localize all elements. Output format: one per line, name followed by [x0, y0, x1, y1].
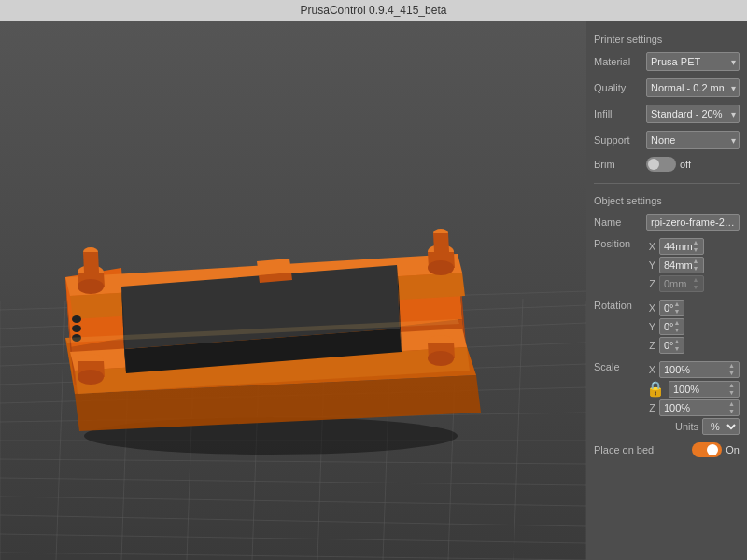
scale-x-spinner[interactable]: ▲ ▼: [728, 362, 735, 377]
rot-y-spinner[interactable]: ▲ ▼: [674, 319, 681, 334]
pos-y-spinner[interactable]: ▲ ▼: [693, 258, 699, 273]
pos-z-up[interactable]: ▲: [693, 276, 699, 284]
pos-z-down[interactable]: ▼: [693, 284, 699, 291]
support-select-wrapper: None Support enforcers only Everywhere: [646, 131, 740, 149]
scale-y-spinner[interactable]: ▲ ▼: [728, 382, 735, 397]
rot-x-up[interactable]: ▲: [674, 301, 681, 308]
scale-x-axis: X: [646, 364, 655, 375]
scale-y-up[interactable]: ▲: [728, 382, 735, 389]
rot-y-axis: Y: [646, 321, 655, 332]
position-label: Position: [594, 238, 642, 249]
pos-y-up[interactable]: ▲: [693, 258, 699, 265]
pos-z-spinner[interactable]: ▲ ▼: [693, 276, 699, 291]
scale-z-input[interactable]: 100% ▲ ▼: [659, 399, 740, 416]
pos-y-axis: Y: [646, 259, 655, 271]
rot-x-down[interactable]: ▼: [674, 308, 681, 315]
pos-y-down[interactable]: ▼: [693, 265, 699, 273]
settings-divider: [594, 183, 740, 184]
scale-x-down[interactable]: ▼: [728, 370, 735, 377]
scale-y-down[interactable]: ▼: [728, 389, 735, 397]
place-on-bed-toggle-container: On: [692, 442, 740, 457]
svg-point-45: [78, 279, 104, 294]
svg-marker-47: [83, 252, 99, 273]
position-y-row: Y 84mm ▲ ▼: [646, 257, 704, 273]
scale-x-up[interactable]: ▲: [728, 362, 735, 370]
name-value: rpi-zero-frame-2.stl: [646, 214, 740, 231]
scale-x-row: X 100% ▲ ▼: [646, 361, 740, 378]
brim-toggle-container: off: [646, 157, 691, 172]
position-x-row: X 44mm ▲ ▼: [646, 238, 704, 255]
material-label: Material: [594, 56, 642, 67]
object-settings-title: Object settings: [594, 195, 740, 206]
units-label: Units: [675, 421, 698, 432]
pos-x-spinner[interactable]: ▲ ▼: [693, 239, 699, 254]
rot-x-spinner[interactable]: ▲ ▼: [674, 301, 681, 315]
rotation-z-input[interactable]: 0° ▲ ▼: [659, 337, 684, 354]
support-select[interactable]: None Support enforcers only Everywhere: [646, 131, 740, 149]
rot-z-spinner[interactable]: ▲ ▼: [674, 338, 681, 353]
rotation-y-row: Y 0° ▲ ▼: [646, 318, 684, 335]
infill-select[interactable]: Standard - 20% Low - 10% High - 40%: [646, 105, 740, 123]
printer-settings-title: Printer settings: [594, 34, 740, 45]
svg-point-50: [428, 260, 454, 275]
svg-point-59: [72, 315, 81, 323]
scale-group: X 100% ▲ ▼ 🔒 100% ▲: [646, 361, 740, 435]
position-row: Position X 44mm ▲ ▼ Y 84mm: [594, 238, 740, 292]
position-z-row: Z 0mm ▲ ▼: [646, 275, 704, 292]
rotation-row: Rotation X 0° ▲ ▼ Y 0°: [594, 300, 740, 354]
material-select-wrapper: Prusa PET Prusa PLA Prusa ABS: [646, 52, 740, 71]
place-on-bed-row: Place on bed On: [594, 442, 740, 457]
scale-z-up[interactable]: ▲: [728, 400, 735, 408]
scale-z-down[interactable]: ▼: [728, 408, 735, 415]
quality-row: Quality Normal - 0.2 mm Fine - 0.1 mm Dr…: [594, 78, 740, 97]
scale-row: Scale X 100% ▲ ▼ 🔒 100%: [594, 361, 740, 435]
sidebar: Printer settings Material Prusa PET Prus…: [586, 21, 747, 560]
svg-point-58: [428, 351, 454, 366]
support-row: Support None Support enforcers only Ever…: [594, 131, 740, 149]
svg-point-60: [72, 325, 81, 332]
infill-row: Infill Standard - 20% Low - 10% High - 4…: [594, 105, 740, 123]
rot-x-axis: X: [646, 302, 655, 314]
material-select[interactable]: Prusa PET Prusa PLA Prusa ABS: [646, 52, 740, 71]
units-row: Units % mm: [646, 418, 740, 435]
3d-viewport[interactable]: [0, 21, 586, 560]
units-select[interactable]: % mm: [702, 418, 740, 435]
rot-y-up[interactable]: ▲: [674, 319, 681, 327]
brim-row: Brim off: [594, 157, 740, 172]
rot-z-up[interactable]: ▲: [674, 338, 681, 345]
pos-x-axis: X: [646, 241, 655, 252]
scale-y-row: 🔒 100% ▲ ▼: [646, 380, 740, 398]
scale-z-spinner[interactable]: ▲ ▼: [728, 400, 735, 415]
scale-y-input[interactable]: 100% ▲ ▼: [669, 381, 740, 398]
app-title: PrusaControl 0.9.4_415_beta: [301, 4, 447, 17]
rotation-z-row: Z 0° ▲ ▼: [646, 337, 684, 354]
svg-marker-62: [257, 259, 291, 275]
name-row: Name rpi-zero-frame-2.stl: [594, 214, 740, 231]
material-row: Material Prusa PET Prusa PLA Prusa ABS: [594, 52, 740, 71]
place-on-bed-toggle[interactable]: [692, 442, 722, 457]
scale-z-axis: Z: [646, 402, 655, 413]
position-z-input[interactable]: 0mm ▲ ▼: [659, 275, 704, 292]
svg-marker-52: [433, 233, 449, 252]
quality-select[interactable]: Normal - 0.2 mm Fine - 0.1 mm Draft - 0.…: [646, 78, 740, 97]
brim-toggle-label: off: [680, 159, 691, 170]
name-label: Name: [594, 217, 642, 228]
title-bar: PrusaControl 0.9.4_415_beta: [0, 0, 747, 21]
rotation-x-row: X 0° ▲ ▼: [646, 300, 684, 316]
scale-x-input[interactable]: 100% ▲ ▼: [659, 361, 740, 378]
rotation-xyz: X 0° ▲ ▼ Y 0° ▲ ▼: [646, 300, 684, 354]
pos-x-up[interactable]: ▲: [693, 239, 699, 246]
pos-x-down[interactable]: ▼: [693, 246, 699, 254]
scale-label: Scale: [594, 361, 642, 372]
rotation-y-input[interactable]: 0° ▲ ▼: [659, 318, 684, 335]
rot-y-down[interactable]: ▼: [674, 327, 681, 334]
rotation-label: Rotation: [594, 300, 642, 311]
pos-z-axis: Z: [646, 278, 655, 289]
infill-select-wrapper: Standard - 20% Low - 10% High - 40%: [646, 105, 740, 123]
rot-z-down[interactable]: ▼: [674, 345, 681, 353]
rot-z-axis: Z: [646, 340, 655, 351]
brim-toggle[interactable]: [646, 157, 676, 172]
rotation-x-input[interactable]: 0° ▲ ▼: [659, 300, 684, 316]
position-y-input[interactable]: 84mm ▲ ▼: [659, 257, 704, 273]
position-x-input[interactable]: 44mm ▲ ▼: [659, 238, 704, 255]
